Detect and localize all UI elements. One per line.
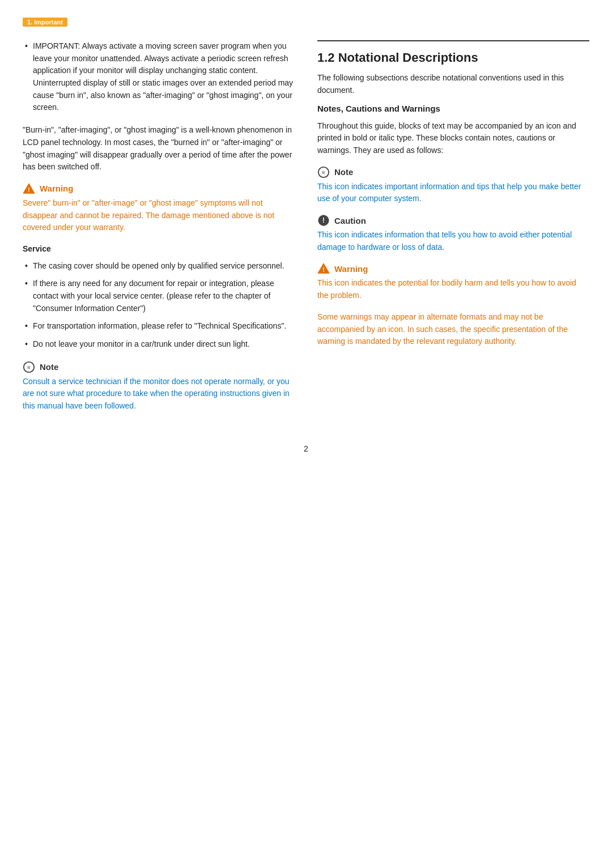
important-list: IMPORTANT: Always activate a moving scre… (23, 40, 295, 114)
svg-text:≡: ≡ (27, 364, 31, 370)
section-intro: The following subsections describe notat… (317, 72, 589, 96)
warning-text-right-2: Some warnings may appear in alternate fo… (317, 311, 589, 348)
svg-text:!: ! (28, 186, 29, 193)
note-icon-1: ≡ (23, 361, 35, 373)
right-column: 1.2 Notational Descriptions The followin… (317, 40, 589, 422)
page-layout: IMPORTANT: Always activate a moving scre… (23, 35, 589, 422)
service-heading: Service (23, 243, 295, 256)
sub-intro: Throughout this guide, blocks of text ma… (317, 120, 589, 157)
breadcrumb-tag: 1. Important (23, 18, 67, 27)
note-text-1: Consult a service technician if the moni… (23, 376, 295, 412)
warning-block-1: ! Warning Severe" burn-in" or "after-ima… (23, 182, 295, 234)
breadcrumb: 1. Important (23, 17, 589, 35)
svg-text:!: ! (322, 267, 324, 273)
list-item: For transportation information, please r… (23, 320, 295, 333)
warning-header-right: ! Warning (317, 262, 589, 275)
caution-block-right: ! Caution This icon indicates informatio… (317, 214, 589, 253)
note-header-1: ≡ Note (23, 361, 295, 373)
caution-label-right: Caution (334, 216, 366, 225)
section-title: 1.2 Notational Descriptions (317, 50, 589, 65)
burnin-paragraph: "Burn-in", "after-imaging", or "ghost im… (23, 124, 295, 173)
warning-label-1: Warning (40, 184, 73, 193)
note-label-right: Note (334, 167, 353, 177)
note-block-right: ≡ Note This icon indicates important inf… (317, 166, 589, 205)
sub-heading: Notes, Cautions and Warnings (317, 102, 589, 115)
note-text-right: This icon indicates important informatio… (317, 181, 589, 205)
caution-icon-right: ! (317, 214, 330, 227)
list-item: Do not leave your monitor in a car/trunk… (23, 338, 295, 351)
warning-block-right: ! Warning This icon indicates the potent… (317, 262, 589, 347)
note-header-right: ≡ Note (317, 166, 589, 178)
list-item: The casing cover should be opened only b… (23, 260, 295, 273)
page-number: 2 (23, 444, 589, 453)
warning-text-1: Severe" burn-in" or "after-image" or "gh… (23, 197, 295, 234)
caution-text-right: This icon indicates information that tel… (317, 229, 589, 253)
svg-text:≡: ≡ (322, 169, 325, 175)
note-icon-right: ≡ (317, 166, 330, 178)
warning-header-1: ! Warning (23, 182, 295, 195)
list-item: If there is any need for any document fo… (23, 278, 295, 314)
warning-icon-right: ! (317, 262, 330, 275)
service-list: The casing cover should be opened only b… (23, 260, 295, 351)
warning-label-right: Warning (334, 264, 368, 274)
svg-text:!: ! (322, 216, 325, 224)
warning-text-right-1: This icon indicates the potential for bo… (317, 277, 589, 301)
note-block-1: ≡ Note Consult a service technician if t… (23, 361, 295, 412)
caution-header-right: ! Caution (317, 214, 589, 227)
warning-icon-1: ! (23, 182, 35, 195)
left-column: IMPORTANT: Always activate a moving scre… (23, 40, 295, 422)
list-item: IMPORTANT: Always activate a moving scre… (23, 40, 295, 114)
note-label-1: Note (40, 362, 58, 372)
